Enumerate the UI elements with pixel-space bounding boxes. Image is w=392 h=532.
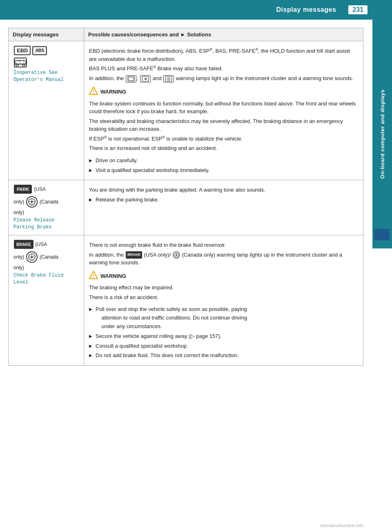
svg-text:!: ! [93, 274, 94, 279]
svg-point-2 [22, 64, 25, 66]
warning-triangle-icon: ! [89, 87, 98, 98]
list-item: Secure the vehicle against rolling away … [89, 332, 358, 341]
warning-title-ebd: ! WARNING [89, 87, 358, 98]
bullets-ebd: Drive on carefully. Visit a qualified sp… [89, 156, 358, 175]
usa-label-brake: (USA [36, 241, 47, 247]
warning-para2-brake: There is a risk of an accident. [89, 293, 358, 302]
warning-para1-ebd: The brake system continues to function n… [89, 100, 358, 116]
canada-label-park: (Canada [40, 199, 58, 205]
ebd-icon: EBD [14, 46, 31, 55]
display-label-brake: Check Brake FluidLevel [13, 272, 79, 286]
brake-icon: BRAKE [14, 240, 33, 249]
inline-brake-icon: BRAKE [126, 251, 142, 259]
warning-para1-brake: The braking effect may be impaired. [89, 284, 358, 292]
usa-label: (USA [34, 186, 46, 192]
park-para1: You are driving with the parking brake a… [89, 186, 358, 194]
content-cell-ebd: EBD (electronic brake force distribution… [84, 41, 363, 180]
footer-watermark: carmanualsonline.info [320, 523, 363, 528]
page-number: 231 [348, 5, 368, 14]
brake-para2: In addition, the BRAKE (USA only)/ (Ca [89, 251, 358, 267]
svg-point-1 [16, 64, 18, 66]
warning-para2-ebd: The steerability and braking characteris… [89, 117, 358, 133]
svg-point-11 [168, 78, 169, 79]
only-label-brake: only) [13, 254, 24, 260]
ebd-para3: In addition, the , ⚙ and warning lamps l… [89, 74, 358, 83]
display-label-park: Please ReleaseParking Brake [13, 217, 79, 231]
abs-icon: ABS [32, 46, 47, 55]
list-item: Release the parking brake. [89, 196, 358, 204]
inline-icon-1 [126, 75, 136, 83]
header-title: Display messages [276, 6, 336, 13]
warning-block-ebd: ! WARNING The brake system continues to … [89, 87, 358, 152]
display-label-ebd: Inoperative SeeOperator's Manual [13, 69, 79, 83]
svg-point-25 [176, 255, 177, 256]
list-item: Consult a qualified specialist workshop. [89, 342, 358, 351]
display-cell-ebd: EBD ABS [9, 41, 84, 180]
icon-row-brake: BRAKE (USA [13, 239, 79, 249]
warning-label-brake: WARNING [100, 272, 126, 281]
main-content: Display messages Possible causes/consequ… [8, 28, 363, 366]
warning-title-brake: ! WARNING [89, 271, 358, 282]
list-item: Do not add brake fluid. This does not co… [89, 351, 358, 360]
top-header: Display messages 231 [0, 0, 392, 20]
inline-icon-3 [163, 75, 174, 83]
icon-row-canada: only) (Canada [13, 196, 79, 208]
canada-circle-park [26, 196, 38, 208]
svg-point-17 [31, 201, 33, 203]
bullets-park: Release the parking brake. [89, 196, 358, 204]
table-row: EBD ABS [9, 41, 363, 180]
chapter-tab-label: On-board computer and displays [379, 89, 385, 179]
only-row-park: only) [13, 210, 79, 215]
icon-row-car [13, 57, 79, 68]
warning-para3-ebd: If ESP® is not operational, ESP® is unab… [89, 135, 358, 143]
canada-circle-brake [26, 251, 38, 263]
warning-block-brake: ! WARNING The braking effect may be impa… [89, 271, 358, 302]
svg-text:⚙: ⚙ [144, 77, 147, 81]
warning-para4-ebd: There is an increased risk of skidding a… [89, 144, 358, 152]
icon-row-park: PARK (USA [13, 184, 79, 194]
list-item: Visit a qualified specialist workshop im… [89, 166, 358, 175]
chapter-tab: On-board computer and displays [372, 20, 392, 248]
display-messages-table: Display messages Possible causes/consequ… [8, 28, 363, 366]
icon-row-canada-brake: only) (Canada [13, 251, 79, 263]
list-item: Drive on carefully. [89, 156, 358, 165]
svg-rect-6 [129, 77, 134, 80]
svg-text:!: ! [93, 89, 94, 94]
only-label-park: only) [13, 199, 24, 205]
svg-point-21 [31, 256, 33, 258]
warning-triangle-icon-brake: ! [89, 271, 98, 282]
park-icon: PARK [14, 185, 32, 194]
display-cell-brake: BRAKE (USA only) ( [9, 235, 84, 366]
ebd-para2: BAS PLUS and PRE-SAFE® Brake may also ha… [89, 65, 358, 73]
ebd-para1: EBD (electronic brake force distribution… [89, 47, 358, 63]
icon-row-ebd: EBD ABS [13, 45, 79, 56]
table-row: PARK (USA only) (C [9, 180, 363, 235]
content-cell-brake: There is not enough brake fluid in the b… [84, 235, 363, 366]
col-header-display: Display messages [9, 28, 84, 41]
warning-label-ebd: WARNING [100, 88, 126, 96]
website-label: carmanualsonline.info [320, 523, 363, 528]
only-row-brake: only) [13, 265, 79, 270]
brake-para1: There is not enough brake fluid in the b… [89, 241, 358, 249]
content-cell-park: You are driving with the parking brake a… [84, 180, 363, 235]
list-item: Pull over and stop the vehicle safely as… [89, 305, 358, 331]
inline-canada-icon [173, 251, 180, 259]
table-row: BRAKE (USA only) ( [9, 235, 363, 366]
inline-icon-2: ⚙ [140, 75, 151, 83]
car-warning-icon [14, 58, 27, 67]
display-cell-park: PARK (USA only) (C [9, 180, 84, 235]
canada-label-brake: (Canada [40, 254, 58, 260]
bullets-brake: Pull over and stop the vehicle safely as… [89, 305, 358, 360]
col-header-causes: Possible causes/consequences and ► Solut… [84, 28, 363, 41]
